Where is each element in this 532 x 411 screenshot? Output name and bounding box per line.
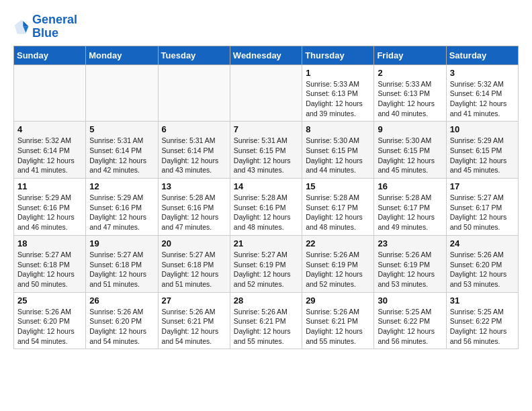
day-number: 4 xyxy=(17,124,82,134)
calendar-cell: 23Sunrise: 5:26 AM Sunset: 6:19 PM Dayli… xyxy=(374,235,446,292)
day-info: Sunrise: 5:33 AM Sunset: 6:13 PM Dayligh… xyxy=(378,79,442,119)
day-info: Sunrise: 5:25 AM Sunset: 6:22 PM Dayligh… xyxy=(450,307,515,347)
day-info: Sunrise: 5:26 AM Sunset: 6:20 PM Dayligh… xyxy=(17,307,82,347)
calendar-week-3: 11Sunrise: 5:29 AM Sunset: 6:16 PM Dayli… xyxy=(14,179,519,236)
day-number: 23 xyxy=(378,238,442,248)
day-info: Sunrise: 5:31 AM Sunset: 6:14 PM Dayligh… xyxy=(89,136,154,175)
day-info: Sunrise: 5:27 AM Sunset: 6:18 PM Dayligh… xyxy=(17,250,82,289)
day-number: 1 xyxy=(306,68,370,78)
day-info: Sunrise: 5:26 AM Sunset: 6:20 PM Dayligh… xyxy=(450,250,515,289)
day-info: Sunrise: 5:26 AM Sunset: 6:19 PM Dayligh… xyxy=(306,250,370,289)
calendar-cell: 21Sunrise: 5:27 AM Sunset: 6:19 PM Dayli… xyxy=(230,235,302,292)
day-number: 21 xyxy=(234,238,298,248)
day-info: Sunrise: 5:28 AM Sunset: 6:16 PM Dayligh… xyxy=(234,193,298,232)
calendar-week-4: 18Sunrise: 5:27 AM Sunset: 6:18 PM Dayli… xyxy=(14,235,519,292)
calendar-cell xyxy=(86,64,158,122)
day-info: Sunrise: 5:29 AM Sunset: 6:16 PM Dayligh… xyxy=(89,193,154,232)
logo: General Blue xyxy=(13,13,77,40)
day-number: 25 xyxy=(17,295,82,306)
day-number: 22 xyxy=(306,238,370,248)
calendar-cell: 22Sunrise: 5:26 AM Sunset: 6:19 PM Dayli… xyxy=(302,235,374,292)
calendar-week-1: 1Sunrise: 5:33 AM Sunset: 6:13 PM Daylig… xyxy=(14,64,519,122)
logo-icon xyxy=(13,19,30,35)
day-number: 31 xyxy=(450,295,515,306)
calendar-table: SundayMondayTuesdayWednesdayThursdayFrid… xyxy=(13,46,519,350)
day-info: Sunrise: 5:26 AM Sunset: 6:21 PM Dayligh… xyxy=(306,307,370,347)
day-number: 11 xyxy=(17,181,82,191)
calendar-week-5: 25Sunrise: 5:26 AM Sunset: 6:20 PM Dayli… xyxy=(14,292,519,349)
day-number: 29 xyxy=(306,295,370,306)
calendar-cell: 27Sunrise: 5:26 AM Sunset: 6:21 PM Dayli… xyxy=(158,292,230,349)
day-number: 28 xyxy=(234,295,298,306)
day-number: 10 xyxy=(450,124,515,134)
day-info: Sunrise: 5:27 AM Sunset: 6:17 PM Dayligh… xyxy=(450,193,515,232)
logo-text: General Blue xyxy=(32,13,77,40)
day-number: 16 xyxy=(378,181,442,191)
day-header-friday: Friday xyxy=(374,46,446,64)
calendar-cell: 4Sunrise: 5:32 AM Sunset: 6:14 PM Daylig… xyxy=(14,122,86,179)
calendar-cell: 1Sunrise: 5:33 AM Sunset: 6:13 PM Daylig… xyxy=(302,64,374,122)
day-info: Sunrise: 5:26 AM Sunset: 6:21 PM Dayligh… xyxy=(162,307,226,347)
day-number: 14 xyxy=(234,181,298,191)
day-number: 24 xyxy=(450,238,515,248)
calendar-cell: 6Sunrise: 5:31 AM Sunset: 6:14 PM Daylig… xyxy=(158,122,230,179)
day-header-tuesday: Tuesday xyxy=(158,46,230,64)
calendar-cell: 14Sunrise: 5:28 AM Sunset: 6:16 PM Dayli… xyxy=(230,179,302,236)
day-info: Sunrise: 5:28 AM Sunset: 6:17 PM Dayligh… xyxy=(378,193,442,232)
day-number: 7 xyxy=(234,124,298,134)
day-info: Sunrise: 5:27 AM Sunset: 6:18 PM Dayligh… xyxy=(162,250,226,289)
calendar-cell: 2Sunrise: 5:33 AM Sunset: 6:13 PM Daylig… xyxy=(374,64,446,122)
day-number: 17 xyxy=(450,181,515,191)
day-number: 5 xyxy=(89,124,154,134)
day-number: 8 xyxy=(306,124,370,134)
calendar-cell: 25Sunrise: 5:26 AM Sunset: 6:20 PM Dayli… xyxy=(14,292,86,349)
day-header-thursday: Thursday xyxy=(302,46,374,64)
day-info: Sunrise: 5:28 AM Sunset: 6:17 PM Dayligh… xyxy=(306,193,370,232)
calendar-cell: 9Sunrise: 5:30 AM Sunset: 6:15 PM Daylig… xyxy=(374,122,446,179)
day-number: 30 xyxy=(378,295,442,306)
header: General Blue xyxy=(13,13,519,40)
calendar-cell: 12Sunrise: 5:29 AM Sunset: 6:16 PM Dayli… xyxy=(86,179,158,236)
day-number: 2 xyxy=(378,68,442,78)
day-info: Sunrise: 5:29 AM Sunset: 6:16 PM Dayligh… xyxy=(17,193,82,232)
day-header-wednesday: Wednesday xyxy=(230,46,302,64)
day-header-saturday: Saturday xyxy=(446,46,518,64)
day-info: Sunrise: 5:25 AM Sunset: 6:22 PM Dayligh… xyxy=(378,307,442,347)
calendar-cell: 8Sunrise: 5:30 AM Sunset: 6:15 PM Daylig… xyxy=(302,122,374,179)
day-info: Sunrise: 5:27 AM Sunset: 6:19 PM Dayligh… xyxy=(234,250,298,289)
calendar-cell: 20Sunrise: 5:27 AM Sunset: 6:18 PM Dayli… xyxy=(158,235,230,292)
day-info: Sunrise: 5:27 AM Sunset: 6:18 PM Dayligh… xyxy=(89,250,154,289)
day-number: 26 xyxy=(89,295,154,306)
day-number: 18 xyxy=(17,238,82,248)
calendar-cell: 5Sunrise: 5:31 AM Sunset: 6:14 PM Daylig… xyxy=(86,122,158,179)
calendar-cell: 13Sunrise: 5:28 AM Sunset: 6:16 PM Dayli… xyxy=(158,179,230,236)
day-number: 12 xyxy=(89,181,154,191)
calendar-cell xyxy=(14,64,86,122)
day-number: 9 xyxy=(378,124,442,134)
day-number: 20 xyxy=(162,238,226,248)
day-info: Sunrise: 5:28 AM Sunset: 6:16 PM Dayligh… xyxy=(162,193,226,232)
day-number: 19 xyxy=(89,238,154,248)
day-number: 27 xyxy=(162,295,226,306)
day-number: 3 xyxy=(450,68,515,78)
day-number: 13 xyxy=(162,181,226,191)
day-info: Sunrise: 5:31 AM Sunset: 6:15 PM Dayligh… xyxy=(234,136,298,175)
calendar-cell: 17Sunrise: 5:27 AM Sunset: 6:17 PM Dayli… xyxy=(446,179,518,236)
calendar-cell: 10Sunrise: 5:29 AM Sunset: 6:15 PM Dayli… xyxy=(446,122,518,179)
day-info: Sunrise: 5:30 AM Sunset: 6:15 PM Dayligh… xyxy=(306,136,370,175)
calendar-cell: 15Sunrise: 5:28 AM Sunset: 6:17 PM Dayli… xyxy=(302,179,374,236)
day-info: Sunrise: 5:32 AM Sunset: 6:14 PM Dayligh… xyxy=(17,136,82,175)
calendar-cell: 3Sunrise: 5:32 AM Sunset: 6:14 PM Daylig… xyxy=(446,64,518,122)
calendar-cell: 7Sunrise: 5:31 AM Sunset: 6:15 PM Daylig… xyxy=(230,122,302,179)
day-info: Sunrise: 5:26 AM Sunset: 6:19 PM Dayligh… xyxy=(378,250,442,289)
day-number: 6 xyxy=(162,124,226,134)
day-header-monday: Monday xyxy=(86,46,158,64)
day-info: Sunrise: 5:31 AM Sunset: 6:14 PM Dayligh… xyxy=(162,136,226,175)
calendar-cell: 26Sunrise: 5:26 AM Sunset: 6:20 PM Dayli… xyxy=(86,292,158,349)
day-info: Sunrise: 5:33 AM Sunset: 6:13 PM Dayligh… xyxy=(306,79,370,119)
calendar-week-2: 4Sunrise: 5:32 AM Sunset: 6:14 PM Daylig… xyxy=(14,122,519,179)
calendar-cell: 18Sunrise: 5:27 AM Sunset: 6:18 PM Dayli… xyxy=(14,235,86,292)
day-number: 15 xyxy=(306,181,370,191)
calendar-cell xyxy=(230,64,302,122)
calendar-cell xyxy=(158,64,230,122)
